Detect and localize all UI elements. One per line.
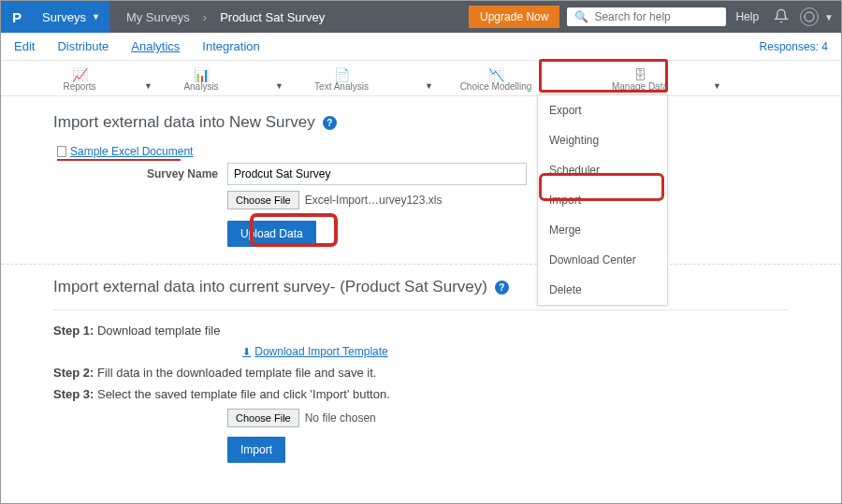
survey-name-label: Survey Name bbox=[53, 167, 227, 180]
tab-distribute[interactable]: Distribute bbox=[57, 39, 109, 53]
step2: Step 2: Fill data in the downloaded temp… bbox=[53, 366, 789, 380]
surveys-label: Surveys bbox=[42, 10, 86, 24]
sample-excel-link[interactable]: Sample Excel Document bbox=[70, 145, 193, 158]
step2-label: Step 2: bbox=[53, 366, 94, 380]
chart-icon: 📈 bbox=[23, 68, 136, 81]
help-search[interactable]: 🔍 bbox=[567, 7, 726, 26]
panel2-title: Import external data into current survey… bbox=[53, 278, 789, 296]
survey-name-input[interactable] bbox=[227, 163, 527, 185]
no-file-chosen: No file chosen bbox=[305, 411, 376, 425]
sample-row: Sample Excel Document bbox=[57, 145, 789, 158]
chevron-right-icon: › bbox=[203, 10, 207, 24]
step2-text: Fill data in the downloaded template fil… bbox=[94, 366, 376, 380]
surveys-dropdown[interactable]: Surveys ▼ bbox=[33, 1, 109, 33]
logo[interactable]: P bbox=[1, 1, 33, 33]
tab-edit[interactable]: Edit bbox=[14, 39, 35, 53]
chevron-down-icon: ▼ bbox=[92, 12, 100, 22]
toolbar-analysis-label: Analysis bbox=[136, 81, 267, 92]
toolbar-choice-label: Choice Modelling bbox=[416, 81, 575, 92]
panel2-title-text: Import external data into current survey… bbox=[53, 278, 487, 296]
document-icon bbox=[57, 146, 66, 157]
toolbar-analysis[interactable]: 📊 Analysis ▼ bbox=[136, 68, 267, 95]
help-icon[interactable]: ? bbox=[495, 281, 509, 295]
top-bar: P Surveys ▼ My Surveys › Product Sat Sur… bbox=[1, 1, 841, 33]
menu-delete[interactable]: Delete bbox=[538, 275, 667, 305]
breadcrumb-current: Product Sat Survey bbox=[220, 10, 325, 24]
bell-icon[interactable] bbox=[774, 8, 789, 26]
choose-file-button-2[interactable]: Choose File bbox=[227, 409, 299, 427]
svg-point-0 bbox=[805, 12, 814, 22]
text-analysis-icon: 📄 bbox=[267, 68, 416, 81]
panel1-title-text: Import external data into New Survey bbox=[53, 113, 315, 132]
manage-data-menu: Export Weighting Scheduler Import Merge … bbox=[537, 94, 668, 306]
menu-import[interactable]: Import bbox=[538, 185, 667, 215]
tab-analytics[interactable]: Analytics bbox=[131, 39, 180, 53]
chevron-down-icon: ▼ bbox=[713, 81, 721, 91]
step1-label: Step 1: bbox=[53, 324, 94, 338]
toolbar-reports[interactable]: 📈 Reports ▼ bbox=[23, 68, 136, 95]
search-icon: 🔍 bbox=[574, 10, 588, 23]
step3: Step 3: Select the saved template file a… bbox=[53, 387, 789, 401]
toolbar-text-analysis[interactable]: 📄 Text Analysis ▼ bbox=[267, 68, 416, 95]
toolbar-reports-label: Reports bbox=[23, 81, 136, 92]
main-content: Import external data into New Survey ? S… bbox=[1, 96, 841, 463]
help-link[interactable]: Help bbox=[735, 10, 759, 23]
analysis-icon: 📊 bbox=[136, 68, 267, 81]
toolbar-manage-data[interactable]: 🗄 Manage Data ▼ bbox=[575, 68, 704, 95]
toolbar-text-label: Text Analysis bbox=[267, 81, 416, 92]
chosen-file-name: Excel-Import…urvey123.xls bbox=[305, 194, 443, 207]
step3-label: Step 3: bbox=[53, 387, 94, 401]
menu-download-center[interactable]: Download Center bbox=[538, 245, 667, 275]
help-search-input[interactable] bbox=[594, 10, 719, 23]
separator bbox=[53, 310, 789, 310]
database-icon: 🗄 bbox=[575, 68, 704, 81]
step3-text: Select the saved template file and click… bbox=[94, 387, 389, 401]
toolbar-choice-modelling[interactable]: 📉 Choice Modelling bbox=[416, 68, 575, 95]
step1-text: Download template file bbox=[94, 324, 220, 338]
choice-icon: 📉 bbox=[416, 68, 575, 81]
upload-data-button[interactable]: Upload Data bbox=[227, 221, 316, 247]
download-template-link[interactable]: ⬇Download Import Template bbox=[91, 345, 540, 358]
menu-scheduler[interactable]: Scheduler bbox=[538, 155, 667, 185]
upgrade-button[interactable]: Upgrade Now bbox=[469, 6, 559, 28]
divider bbox=[1, 264, 841, 265]
tab-integration[interactable]: Integration bbox=[202, 39, 259, 53]
help-icon[interactable]: ? bbox=[323, 116, 337, 130]
menu-export[interactable]: Export bbox=[538, 95, 667, 125]
chevron-down-icon: ▼ bbox=[824, 12, 834, 22]
avatar[interactable] bbox=[800, 7, 819, 26]
menu-weighting[interactable]: Weighting bbox=[538, 125, 667, 155]
annotation-underline bbox=[57, 159, 181, 161]
analytics-toolbar: 📈 Reports ▼ 📊 Analysis ▼ 📄 Text Analysis… bbox=[1, 61, 841, 96]
breadcrumb: My Surveys › Product Sat Survey bbox=[109, 10, 325, 24]
import-button[interactable]: Import bbox=[227, 437, 285, 463]
main-tabs: Edit Distribute Analytics Integration Re… bbox=[1, 33, 841, 61]
choose-file-button[interactable]: Choose File bbox=[227, 191, 299, 209]
panel1-title: Import external data into New Survey ? bbox=[53, 113, 789, 132]
step1: Step 1: Download template file bbox=[53, 324, 789, 338]
download-template-text: Download Import Template bbox=[254, 345, 388, 358]
menu-merge[interactable]: Merge bbox=[538, 215, 667, 245]
breadcrumb-my-surveys[interactable]: My Surveys bbox=[126, 10, 190, 24]
download-icon: ⬇ bbox=[242, 346, 251, 357]
toolbar-manage-label: Manage Data bbox=[575, 81, 704, 92]
responses-count[interactable]: Responses: 4 bbox=[760, 40, 828, 53]
